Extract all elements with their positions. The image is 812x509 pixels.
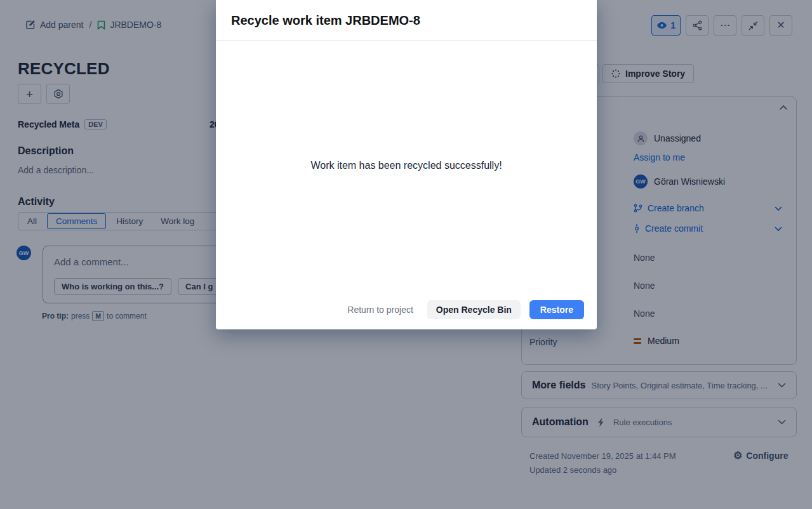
- modal-title: Recycle work item JRBDEMO-8: [231, 13, 582, 28]
- open-recycle-bin-button[interactable]: Open Recycle Bin: [427, 300, 521, 319]
- restore-button[interactable]: Restore: [529, 300, 584, 319]
- modal-footer: Return to project Open Recycle Bin Resto…: [342, 300, 584, 319]
- return-to-project-button[interactable]: Return to project: [342, 301, 418, 319]
- modal-message: Work item has been recycled successfully…: [216, 160, 597, 171]
- modal-header: Recycle work item JRBDEMO-8: [216, 0, 597, 41]
- recycle-modal: Recycle work item JRBDEMO-8 Work item ha…: [216, 0, 597, 329]
